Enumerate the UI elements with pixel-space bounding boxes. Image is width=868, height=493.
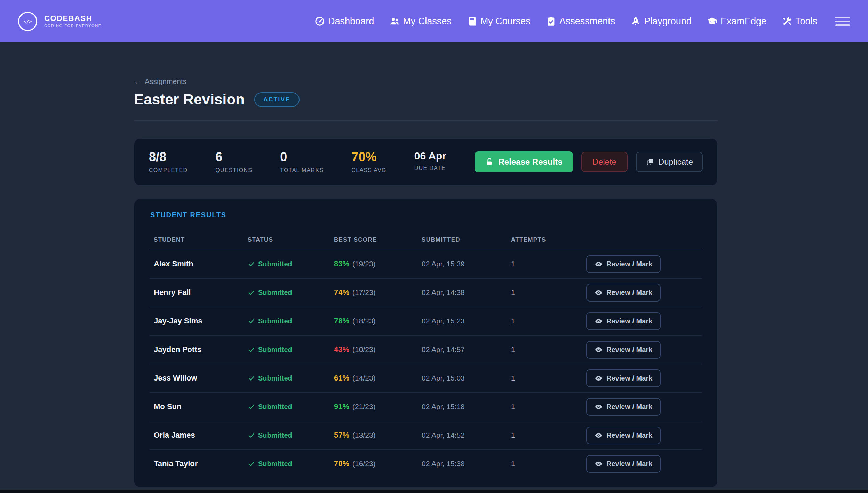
review-mark-label: Review / Mark <box>606 289 652 296</box>
stat-label: TOTAL MARKS <box>280 167 324 173</box>
brand[interactable]: </> CODEBASH CODING FOR EVERYONE <box>18 12 102 31</box>
status-label: Submitted <box>258 460 292 468</box>
best-score-fraction: (16/23) <box>352 460 376 468</box>
nav-item-my-classes[interactable]: My Classes <box>389 16 452 27</box>
nav-item-playground[interactable]: Playground <box>630 16 692 27</box>
breadcrumb-back-link[interactable]: ← Assignments <box>134 77 186 86</box>
delete-button[interactable]: Delete <box>581 152 628 172</box>
release-results-label: Release Results <box>498 158 562 166</box>
codebash-logo-icon: </> <box>18 12 37 31</box>
attempts-count: 1 <box>507 392 582 421</box>
eye-icon <box>595 460 603 468</box>
student-name: Orla James <box>154 431 195 439</box>
best-score-percent: 43% <box>334 345 349 354</box>
eye-icon <box>595 403 603 411</box>
nav-item-label: Dashboard <box>328 16 374 27</box>
duplicate-button[interactable]: Duplicate <box>636 152 703 172</box>
column-header-actions <box>582 232 702 250</box>
copy-icon <box>646 158 654 166</box>
submitted-time: 02 Apr, 14:38 <box>417 278 507 307</box>
table-row: Orla JamesSubmitted57%(13/23)02 Apr, 14:… <box>150 421 702 449</box>
review-mark-button[interactable]: Review / Mark <box>586 312 661 330</box>
best-score-percent: 91% <box>334 402 349 411</box>
main-nav: DashboardMy ClassesMy CoursesAssessments… <box>314 16 817 27</box>
nav-item-label: Playground <box>644 16 692 27</box>
review-mark-label: Review / Mark <box>606 318 652 324</box>
review-mark-button[interactable]: Review / Mark <box>586 341 661 359</box>
review-mark-label: Review / Mark <box>606 460 652 467</box>
table-row: Tania TaylorSubmitted70%(16/23)02 Apr, 1… <box>150 449 702 478</box>
attempts-count: 1 <box>507 421 582 449</box>
brand-tagline: CODING FOR EVERYONE <box>44 24 102 28</box>
eye-icon <box>595 289 603 297</box>
action-buttons: Release Results Delete Duplicate <box>475 151 703 172</box>
check-icon <box>248 318 255 325</box>
student-name: Jay-Jay Sims <box>154 316 202 325</box>
table-row: Alex SmithSubmitted83%(19/23)02 Apr, 15:… <box>150 250 702 278</box>
rocket-icon <box>630 16 641 26</box>
submitted-time: 02 Apr, 15:18 <box>417 392 507 421</box>
review-mark-button[interactable]: Review / Mark <box>586 255 661 273</box>
table-row: Mo SunSubmitted91%(21/23)02 Apr, 15:181R… <box>150 392 702 421</box>
review-mark-button[interactable]: Review / Mark <box>586 398 661 416</box>
eye-icon <box>595 260 603 268</box>
column-header-student: STUDENT <box>150 232 244 250</box>
student-name: Henry Fall <box>154 288 191 297</box>
best-score-percent: 78% <box>334 316 349 325</box>
best-score-percent: 74% <box>334 288 349 297</box>
best-score-fraction: (19/23) <box>352 260 376 268</box>
column-header-attempts: ATTEMPTS <box>507 232 582 250</box>
review-mark-button[interactable]: Review / Mark <box>586 455 661 473</box>
submitted-time: 02 Apr, 15:38 <box>417 449 507 478</box>
stat-label: COMPLETED <box>149 167 188 173</box>
check-icon <box>248 375 255 382</box>
users-icon <box>389 16 400 26</box>
review-mark-label: Review / Mark <box>606 346 652 353</box>
student-name: Alex Smith <box>154 259 193 268</box>
review-mark-button[interactable]: Review / Mark <box>586 284 661 302</box>
delete-label: Delete <box>592 158 616 166</box>
eye-icon <box>595 374 603 382</box>
graduation-cap-icon <box>707 16 717 26</box>
submitted-time: 02 Apr, 15:03 <box>417 364 507 392</box>
submitted-time: 02 Apr, 15:23 <box>417 307 507 335</box>
review-mark-button[interactable]: Review / Mark <box>586 369 661 387</box>
bottom-edge-strip <box>0 490 868 493</box>
brand-name: CODEBASH <box>44 15 102 22</box>
logo-glyph: </> <box>24 19 32 24</box>
status-submitted: Submitted <box>248 403 330 411</box>
student-name: Tania Taylor <box>154 459 198 468</box>
submitted-time: 02 Apr, 14:52 <box>417 421 507 449</box>
duplicate-label: Duplicate <box>658 158 693 166</box>
tools-icon <box>782 16 792 26</box>
nav-item-my-courses[interactable]: My Courses <box>467 16 531 27</box>
nav-item-assessments[interactable]: Assessments <box>546 16 615 27</box>
best-score-fraction: (18/23) <box>352 317 376 325</box>
review-mark-button[interactable]: Review / Mark <box>586 427 661 444</box>
top-navbar: </> CODEBASH CODING FOR EVERYONE Dashboa… <box>0 0 868 42</box>
stat-completed: 8/8COMPLETED <box>149 150 188 173</box>
check-icon <box>248 432 255 439</box>
nav-item-examedge[interactable]: ExamEdge <box>707 16 766 27</box>
nav-item-tools[interactable]: Tools <box>782 16 817 27</box>
stat-label: QUESTIONS <box>215 167 252 173</box>
stat-value: 06 Apr <box>414 150 446 162</box>
student-results-panel: STUDENT RESULTS STUDENTSTATUSBEST SCORES… <box>134 199 718 487</box>
nav-item-dashboard[interactable]: Dashboard <box>314 16 374 27</box>
column-header-status: STATUS <box>244 232 330 250</box>
status-label: Submitted <box>258 403 292 411</box>
stat-class-avg: 70%CLASS AVG <box>351 150 386 173</box>
status-label: Submitted <box>258 346 292 354</box>
hamburger-menu-icon[interactable] <box>835 15 850 28</box>
status-submitted: Submitted <box>248 260 330 268</box>
eye-icon <box>595 317 603 325</box>
title-divider <box>134 120 718 121</box>
check-icon <box>248 403 255 410</box>
results-heading: STUDENT RESULTS <box>150 211 702 219</box>
nav-item-label: Assessments <box>559 16 615 27</box>
status-submitted: Submitted <box>248 289 330 297</box>
assignment-stats-panel: 8/8COMPLETED6QUESTIONS0TOTAL MARKS70%CLA… <box>134 138 718 186</box>
release-results-button[interactable]: Release Results <box>475 151 573 172</box>
stats-group: 8/8COMPLETED6QUESTIONS0TOTAL MARKS70%CLA… <box>149 150 446 173</box>
stat-due-date: 06 AprDUE DATE <box>414 150 446 173</box>
